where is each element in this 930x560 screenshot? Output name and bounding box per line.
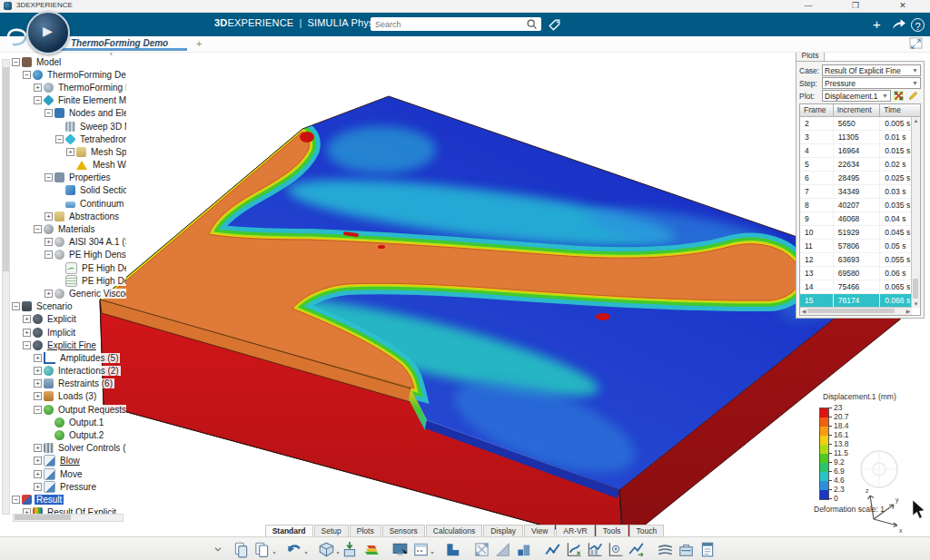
tree-item-label[interactable]: Sweep 3D Mesh <box>78 122 126 132</box>
frame-row-2[interactable]: 256500.005 s <box>800 117 912 131</box>
cell[interactable]: 0.025 s <box>880 172 912 184</box>
frame-row-3[interactable]: 3113050.01 s <box>800 131 912 144</box>
limit-plot-icon[interactable] <box>473 540 492 559</box>
tree-expander-icon[interactable]: + <box>23 315 31 323</box>
tree-item-aisi-304-a-1-solid[interactable]: +AISI 304 A.1 (Solid <box>45 236 126 249</box>
tree-expander-icon[interactable]: + <box>23 329 31 337</box>
cell[interactable]: 14 <box>800 280 834 293</box>
tree-expander-icon[interactable]: − <box>34 406 42 414</box>
tree-item-label[interactable]: Loads (3) <box>56 391 98 401</box>
tree-item-label[interactable]: Blow <box>58 456 82 466</box>
tree-item-generic-viscoelastic[interactable]: +Generic Viscoelastic <box>45 287 126 300</box>
frame-row-6[interactable]: 6284950.025 s <box>800 172 912 185</box>
tree-item-blow[interactable]: +Blow <box>34 455 126 467</box>
tree-item-label[interactable]: ThermoForming Demo <box>56 83 126 93</box>
tree-expander-icon[interactable]: + <box>45 212 53 221</box>
tree-expander-icon[interactable]: + <box>45 290 53 298</box>
frame-row-8[interactable]: 8402070.035 s <box>800 199 912 212</box>
cell[interactable]: 63693 <box>834 253 881 266</box>
frame-row-11[interactable]: 11578060.05 s <box>800 240 912 253</box>
tree-item-label[interactable]: Result <box>35 495 64 505</box>
tree-expander-icon[interactable]: − <box>34 96 42 104</box>
edit-plot-icon[interactable] <box>907 90 920 102</box>
tree-item-label[interactable]: Output.2 <box>67 430 105 440</box>
tree-item-label[interactable]: Move <box>58 469 84 479</box>
tree-expander-icon[interactable]: − <box>45 109 53 117</box>
tab-thermoforming-demo[interactable]: ThermoForming Demo <box>71 38 168 48</box>
tree-item-tetrahedron-me[interactable]: −Tetrahedron Me <box>55 133 126 145</box>
tree-item-abstractions[interactable]: +Abstractions <box>45 210 126 222</box>
frame-row-15[interactable]: 15761740.066 s <box>800 294 912 308</box>
column-header-time[interactable]: Time <box>880 104 920 117</box>
tree-item-pe-high-density[interactable]: PE High Density <box>55 274 126 287</box>
frame-row-5[interactable]: 5226340.02 s <box>800 158 912 172</box>
cell[interactable]: 69580 <box>834 267 881 280</box>
tree-item-pe-high-density[interactable]: PE High Density <box>55 261 126 274</box>
tree-item-explicit-fine[interactable]: −Explicit Fine <box>23 339 126 351</box>
scrollbar-thumb[interactable] <box>15 515 71 520</box>
field-plot-icon[interactable] <box>565 540 584 559</box>
tree-item-model[interactable]: −Model <box>12 55 126 68</box>
streamlines-icon[interactable] <box>657 540 676 559</box>
tree-item-materials[interactable]: −Materials <box>34 222 126 235</box>
maximize-button[interactable]: ❐ <box>842 0 869 12</box>
ribbon-tab-sensors[interactable]: Sensors <box>382 525 425 536</box>
tree-item-continuum-shell[interactable]: Continuum Shell <box>55 197 126 210</box>
tree-expander-icon[interactable]: + <box>34 392 42 400</box>
case-dropdown[interactable]: Result Of Explicit Fine▼ <box>822 64 921 76</box>
tree-expander-icon[interactable]: − <box>12 302 20 310</box>
cell[interactable]: 0.03 s <box>880 185 912 198</box>
xy-plot-icon[interactable] <box>444 540 463 559</box>
help-icon[interactable]: ? <box>911 18 925 32</box>
tree-expander-icon[interactable]: + <box>66 148 74 156</box>
plot-dropdown[interactable]: Displacement.1▼ <box>822 90 891 102</box>
tree-vertical-scrollbar[interactable] <box>2 59 10 515</box>
cell[interactable]: 51929 <box>834 226 881 239</box>
tree-expander-icon[interactable]: + <box>34 444 42 452</box>
undo-icon[interactable] <box>285 540 304 559</box>
tree-expander-icon[interactable]: + <box>45 238 53 246</box>
frame-row-7[interactable]: 7343490.03 s <box>800 185 912 199</box>
screen-capture-icon[interactable] <box>391 540 411 559</box>
tree-item-label[interactable]: Solid Section.1 <box>78 185 126 195</box>
cell[interactable]: 46068 <box>834 212 881 225</box>
new-window-icon[interactable] <box>412 540 431 559</box>
viewport-3d[interactable]: z y x <box>0 52 930 525</box>
tree-expander-icon[interactable]: − <box>23 71 31 79</box>
tree-item-label[interactable]: Explicit Fine <box>45 340 98 350</box>
cell[interactable]: 0.06 s <box>880 267 912 280</box>
tree-item-label[interactable]: Solver Controls (1) <box>56 443 126 453</box>
step-dropdown[interactable]: Pressure▼ <box>822 77 921 89</box>
area-plot-icon[interactable] <box>494 540 513 559</box>
tree-item-label[interactable]: Explicit <box>45 314 78 324</box>
paste-icon[interactable] <box>232 540 252 559</box>
tree-expander-icon[interactable]: + <box>34 379 42 388</box>
cell[interactable]: 11 <box>800 240 834 252</box>
tree-item-pressure[interactable]: +Pressure <box>34 480 126 493</box>
ribbon-tab-standard[interactable]: Standard <box>265 525 313 536</box>
ribbon-tab-tools[interactable]: Tools <box>596 525 628 536</box>
cell[interactable]: 0.035 s <box>880 199 912 211</box>
search-input[interactable] <box>371 20 526 29</box>
frame-row-14[interactable]: 14754660.065 s <box>800 280 912 294</box>
cell[interactable]: 8 <box>800 199 834 211</box>
tree-item-implicit[interactable]: +Implicit <box>23 326 126 339</box>
ribbon-tab-plots[interactable]: Plots <box>350 525 381 536</box>
tree-item-label[interactable]: Properties <box>67 172 113 182</box>
tree-item-label[interactable]: Materials <box>56 224 97 234</box>
tree-item-label[interactable]: PE High Density A.1 <box>67 250 126 260</box>
tree-item-label[interactable]: Output Requests (2) <box>56 405 126 415</box>
tree-expander-icon[interactable]: − <box>45 251 53 259</box>
dropdown-arrow-icon[interactable]: ▾ <box>337 549 340 555</box>
tree-item-loads-3[interactable]: +Loads (3) <box>34 390 126 403</box>
tree-item-finite-element-model0[interactable]: −Finite Element Model0 <box>34 94 126 107</box>
tree-item-label[interactable]: Generic Viscoelastic <box>67 289 126 299</box>
tree-item-output-1[interactable]: Output.1 <box>45 416 126 428</box>
scroll-down-arrow[interactable]: ▼ <box>912 300 920 308</box>
toolbox-icon[interactable] <box>678 540 697 559</box>
tree-expander-icon[interactable]: + <box>34 483 42 491</box>
cell[interactable]: 0.04 s <box>880 212 912 225</box>
tree-item-label[interactable]: Interactions (2) <box>56 366 121 376</box>
cell[interactable]: 0.05 s <box>880 240 912 252</box>
tree-item-solver-controls-1[interactable]: +Solver Controls (1) <box>34 442 126 455</box>
